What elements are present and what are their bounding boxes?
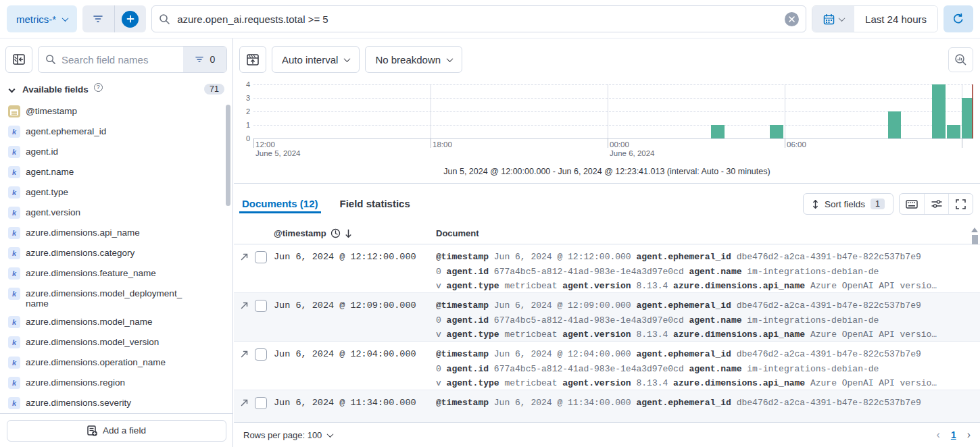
sort-desc-arrow-icon	[345, 229, 352, 238]
clear-query-button[interactable]	[785, 12, 799, 26]
field-item-agent-ephemeral-id[interactable]: kagent.ephemeral_id	[0, 122, 233, 142]
search-icon	[39, 54, 62, 65]
query-bar[interactable]: azure.open_ai.requests.total >= 5	[151, 5, 806, 32]
chart-plot-area[interactable]	[253, 84, 973, 138]
field-count-badge: 71	[204, 84, 224, 95]
x-axis-tick	[608, 138, 608, 148]
date-field-icon	[8, 105, 20, 117]
field-name: agent.name	[26, 165, 74, 177]
row-checkbox[interactable]	[255, 348, 267, 361]
expand-document-icon[interactable]	[240, 253, 249, 261]
table-row: Jun 6, 2024 @ 12:09:00.000@timestamp Jun…	[234, 293, 980, 342]
edit-visualization-button[interactable]	[948, 47, 973, 72]
field-item-azure-dimensions-model-version[interactable]: kazure.dimensions.model_version	[0, 332, 233, 352]
field-filter-count: 0	[210, 54, 216, 65]
sort-fields-button[interactable]: Sort fields 1	[803, 193, 893, 215]
help-icon[interactable]: ?	[94, 83, 103, 92]
search-icon	[159, 14, 170, 25]
time-range-button[interactable]: Last 24 hours	[854, 6, 937, 32]
refresh-button[interactable]	[944, 5, 973, 32]
tab-field-statistics[interactable]: Field statistics	[337, 191, 413, 217]
grid-scrollbar-arrow[interactable]	[971, 228, 978, 232]
field-filter-button[interactable]: 0	[183, 47, 226, 72]
tab-documents[interactable]: Documents (12)	[239, 191, 321, 217]
histogram-bar[interactable]	[711, 125, 725, 138]
rows-per-page-selector[interactable]: Rows per page: 100	[243, 430, 333, 440]
chevron-down-icon	[447, 55, 454, 62]
field-search-placeholder: Search field names	[62, 54, 183, 65]
chevron-down-icon[interactable]	[9, 86, 16, 93]
chevron-down-icon	[344, 55, 351, 62]
histogram-bar[interactable]	[932, 84, 946, 138]
previous-page-button[interactable]: ‹	[937, 429, 940, 441]
breakdown-dropdown[interactable]: No breakdown	[365, 46, 462, 73]
keyword-field-icon: k	[8, 146, 20, 158]
interval-dropdown[interactable]: Auto interval	[272, 46, 360, 73]
x-axis-tick	[253, 138, 254, 148]
data-view-selector[interactable]: metrics-*	[7, 5, 77, 32]
filter-menu-button[interactable]	[82, 5, 114, 32]
histogram-bar[interactable]	[947, 125, 960, 138]
field-name: agent.id	[26, 145, 58, 157]
x-gridline	[785, 84, 785, 138]
row-checkbox[interactable]	[255, 300, 267, 312]
field-name: azure.dimensions.model_deployment_name	[26, 287, 182, 309]
x-axis-tick	[785, 138, 785, 148]
field-item-azure-dimensions-model-name[interactable]: kazure.dimensions.model_name	[0, 312, 233, 332]
expand-document-icon[interactable]	[240, 398, 249, 407]
field-item-agent-version[interactable]: kagent.version	[0, 203, 233, 223]
grid-scrollbar[interactable]	[972, 235, 978, 244]
field-item-azure-dimensions-category[interactable]: kazure.dimensions.category	[0, 243, 233, 263]
histogram-chart[interactable]: 0123412:00June 5, 202418:0000:00June 6, …	[234, 78, 980, 162]
hide-chart-button[interactable]	[239, 46, 266, 73]
keyword-field-icon: k	[8, 126, 20, 138]
display-options-button[interactable]	[924, 194, 948, 214]
row-checkbox[interactable]	[255, 397, 267, 409]
field-item-agent-type[interactable]: kagent.type	[0, 182, 233, 203]
y-gridline	[253, 111, 973, 112]
row-checkbox[interactable]	[255, 251, 267, 263]
chevron-down-icon	[62, 15, 69, 22]
sidebar-scrollbar[interactable]	[226, 105, 230, 206]
y-axis-tick-label: 3	[234, 94, 250, 102]
field-item-agent-name[interactable]: kagent.name	[0, 162, 233, 182]
field-item-azure-dimensions-feature-name[interactable]: kazure.dimensions.feature_name	[0, 263, 233, 284]
current-time-marker	[972, 84, 973, 138]
row-document: @timestamp Jun 6, 2024 @ 12:09:00.000 ag…	[436, 298, 971, 342]
document-column-header[interactable]: Document	[436, 228, 479, 238]
fullscreen-icon	[956, 199, 966, 209]
field-name: agent.type	[26, 186, 68, 197]
field-item-azure-dimensions-api-name[interactable]: kazure.dimensions.api_name	[0, 223, 233, 243]
collapse-sidebar-button[interactable]	[5, 46, 32, 73]
grid-footer: Rows per page: 100 ‹ 1 ›	[234, 422, 980, 447]
lens-chart-icon	[954, 53, 967, 66]
field-item-agent-id[interactable]: kagent.id	[0, 142, 233, 162]
documents-grid: Jun 6, 2024 @ 12:12:00.000@timestamp Jun…	[234, 244, 980, 422]
timestamp-column-header[interactable]: @timestamp	[274, 228, 352, 238]
next-page-button[interactable]: ›	[967, 429, 971, 441]
page-number[interactable]: 1	[951, 429, 956, 440]
field-name: azure.dimensions.model_name	[26, 315, 153, 327]
table-row: Jun 6, 2024 @ 12:04:00.000@timestamp Jun…	[234, 342, 980, 390]
add-filter-button[interactable]	[114, 5, 147, 32]
expand-document-icon[interactable]	[240, 301, 249, 310]
expand-document-icon[interactable]	[240, 350, 249, 359]
field-item-azure-dimensions-operation-name[interactable]: kazure.dimensions.operation_name	[0, 352, 233, 373]
histogram-bar[interactable]	[770, 125, 783, 138]
histogram-bar[interactable]	[888, 111, 902, 138]
add-field-button[interactable]: Add a field	[7, 420, 226, 442]
field-item-azure-dimensions-region[interactable]: kazure.dimensions.region	[0, 373, 233, 393]
date-picker-menu-button[interactable]	[812, 6, 854, 32]
x-axis-tick-label: 00:00June 6, 2024	[610, 140, 655, 158]
field-name: azure.dimensions.model_version	[26, 336, 159, 347]
keyboard-shortcuts-button[interactable]	[900, 194, 924, 214]
query-input[interactable]: azure.open_ai.requests.total >= 5	[177, 14, 778, 25]
field-search-box[interactable]: Search field names 0	[38, 46, 227, 73]
field-item-azure-dimensions-model-deployment-name[interactable]: kazure.dimensions.model_deployment_name	[0, 284, 233, 312]
fullscreen-button[interactable]	[948, 194, 973, 214]
keyword-field-icon: k	[8, 267, 20, 280]
field-item-azure-dimensions-severity[interactable]: kazure.dimensions.severity	[0, 393, 233, 413]
field-item--timestamp[interactable]: @timestamp	[0, 101, 233, 122]
row-document: @timestamp Jun 6, 2024 @ 11:34:00.000 ag…	[436, 396, 971, 411]
section-divider	[234, 183, 980, 184]
